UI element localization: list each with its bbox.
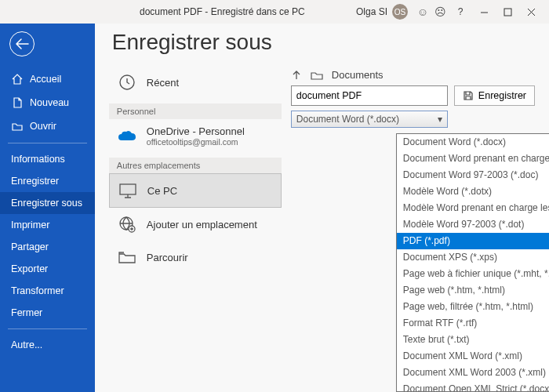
nav-label: Partager <box>11 241 49 252</box>
back-button[interactable] <box>9 31 35 56</box>
open-folder-icon <box>11 120 24 132</box>
filetype-option[interactable]: Document Word 97-2003 (*.doc) <box>397 167 549 183</box>
close-button[interactable] <box>519 2 543 21</box>
location-recent[interactable]: Récent <box>109 66 282 99</box>
user-name: Olga SI <box>356 6 387 17</box>
nav-label: Enregistrer <box>11 176 59 187</box>
new-doc-icon <box>11 96 24 109</box>
filetype-option[interactable]: Document Word prenant en charge les macr… <box>397 151 549 167</box>
pc-icon <box>118 180 138 201</box>
nav-separator <box>8 143 87 143</box>
filetype-option[interactable]: Document XML Word (*.xml) <box>397 348 549 365</box>
nav-label: Transformer <box>11 285 64 296</box>
nav-label: Autre... <box>11 339 42 350</box>
filetype-option[interactable]: Page web, filtrée (*.htm, *.html) <box>397 299 549 315</box>
locations-pane: Récent Personnel OneDrive - Personnel of… <box>109 66 282 274</box>
location-label: Ce PC <box>147 185 177 197</box>
location-browse[interactable]: Parcourir <box>109 241 282 274</box>
nav-close[interactable]: Fermer <box>0 302 95 324</box>
location-label: OneDrive - Personnel <box>147 125 245 137</box>
filetype-option[interactable]: Document XML Word 2003 (*.xml) <box>397 365 549 381</box>
home-icon <box>11 73 24 85</box>
filetype-option[interactable]: PDF (*.pdf) <box>397 233 549 249</box>
save-target-pane: Documents Enregistrer Document Word (*.d… <box>291 66 535 128</box>
breadcrumb[interactable]: Documents <box>291 66 535 85</box>
folder-icon <box>310 70 324 81</box>
chevron-down-icon: ▾ <box>438 114 442 125</box>
nav-share[interactable]: Partager <box>0 236 95 258</box>
location-onedrive[interactable]: OneDrive - Personnel officetooltips@gmai… <box>109 119 282 153</box>
nav-new[interactable]: Nouveau <box>0 91 95 114</box>
nav-transform[interactable]: Transformer <box>0 280 95 302</box>
nav-save[interactable]: Enregistrer <box>0 170 95 192</box>
nav-separator <box>8 328 87 329</box>
filetype-option[interactable]: Modèle Word (*.dotx) <box>397 183 549 200</box>
filetype-option[interactable]: Page web (*.htm, *.html) <box>397 282 549 299</box>
nav-export[interactable]: Exporter <box>0 258 95 280</box>
recent-icon <box>117 72 137 93</box>
nav-saveas[interactable]: Enregistrer sous <box>0 192 95 214</box>
nav-label: Enregistrer sous <box>11 198 82 209</box>
breadcrumb-folder: Documents <box>332 69 384 81</box>
location-label: Récent <box>147 77 179 89</box>
onedrive-email: officetooltips@gmail.com <box>147 137 245 147</box>
avatar: OS <box>392 4 408 20</box>
nav-label: Nouveau <box>30 97 69 108</box>
feedback-frown-icon[interactable]: ☹ <box>431 5 449 18</box>
document-title: document PDF - Enregistré dans ce PC <box>140 6 305 17</box>
maximize-button[interactable] <box>496 2 519 21</box>
nav-home[interactable]: Accueil <box>0 67 95 91</box>
save-icon <box>463 90 474 101</box>
backstage-sidebar: Accueil Nouveau Ouvrir Informations Enre… <box>0 24 95 392</box>
section-header-other: Autres emplacements <box>109 158 282 173</box>
location-addplace[interactable]: Ajouter un emplacement <box>109 208 282 241</box>
page-title: Enregistrer sous <box>112 30 535 55</box>
location-thispc[interactable]: Ce PC <box>109 173 282 208</box>
filename-input[interactable] <box>291 85 448 106</box>
nav-label: Informations <box>11 154 65 165</box>
add-place-icon <box>117 214 137 234</box>
nav-label: Exporter <box>11 263 48 274</box>
content-area: Enregistrer sous Récent Personnel OneDri… <box>95 24 549 392</box>
filetype-option[interactable]: Document Word (*.docx) <box>397 134 549 151</box>
nav-print[interactable]: Imprimer <box>0 214 95 236</box>
filetype-option[interactable]: Modèle Word prenant en charge les macros… <box>397 200 549 216</box>
filetype-option[interactable]: Document Open XML Strict (*.docx) <box>397 381 549 392</box>
titlebar: document PDF - Enregistré dans ce PC Olg… <box>0 0 549 24</box>
nav-label: Ouvrir <box>30 121 56 132</box>
nav-label: Accueil <box>30 74 61 85</box>
browse-icon <box>117 247 137 267</box>
filetype-combobox[interactable]: Document Word (*.docx) ▾ <box>291 111 448 128</box>
nav-info[interactable]: Informations <box>0 148 95 170</box>
svg-rect-1 <box>504 9 511 16</box>
save-button[interactable]: Enregistrer <box>454 85 535 106</box>
location-label: Parcourir <box>147 252 188 263</box>
filetype-option[interactable]: Page web à fichier unique (*.mht, *.mhtm… <box>397 266 549 282</box>
nav-open[interactable]: Ouvrir <box>0 114 95 138</box>
section-header-personal: Personnel <box>109 103 282 119</box>
nav-label: Imprimer <box>11 220 49 230</box>
nav-more[interactable]: Autre... <box>0 334 95 356</box>
filetype-selected-label: Document Word (*.docx) <box>296 114 399 125</box>
filetype-option[interactable]: Document XPS (*.xps) <box>397 249 549 266</box>
up-arrow-icon <box>291 70 302 81</box>
filetype-dropdown[interactable]: Document Word (*.docx)Document Word pren… <box>396 133 549 392</box>
onedrive-icon <box>117 126 137 147</box>
filetype-option[interactable]: Texte brut (*.txt) <box>397 332 549 348</box>
save-button-label: Enregistrer <box>478 90 526 101</box>
account-area[interactable]: Olga SI OS <box>356 4 408 20</box>
nav-label: Fermer <box>11 307 42 318</box>
filetype-option[interactable]: Modèle Word 97-2003 (*.dot) <box>397 216 549 233</box>
minimize-button[interactable] <box>472 2 496 21</box>
location-label: Ajouter un emplacement <box>147 219 257 230</box>
svg-rect-5 <box>120 184 136 194</box>
filetype-option[interactable]: Format RTF (*.rtf) <box>397 315 549 332</box>
help-icon[interactable]: ? <box>449 2 472 21</box>
feedback-smile-icon[interactable]: ☺ <box>414 5 431 18</box>
